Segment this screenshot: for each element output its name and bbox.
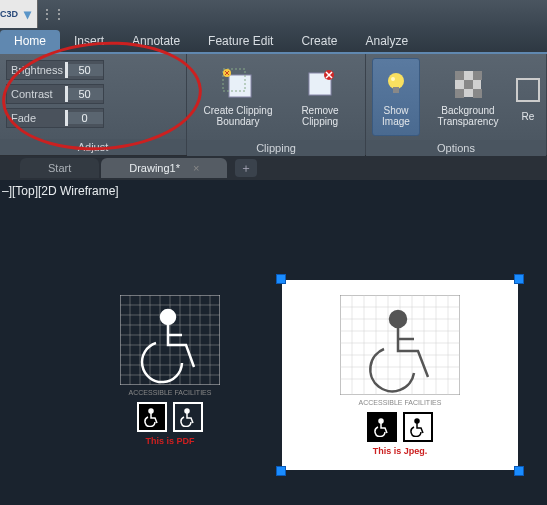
- ribbon: Brightness 50 Contrast 50 Fade 0 Adjust: [0, 54, 547, 156]
- fade-value[interactable]: 0: [65, 112, 103, 124]
- lightbulb-icon: [379, 67, 413, 101]
- show-image-button[interactable]: Show Image: [372, 58, 420, 136]
- qat-grip-icon[interactable]: ⋮⋮: [44, 5, 62, 23]
- dropdown-arrow-icon[interactable]: ▾: [24, 6, 31, 22]
- panel-adjust-title[interactable]: Adjust: [0, 139, 186, 155]
- tab-insert[interactable]: Insert: [60, 30, 118, 52]
- jpeg-image[interactable]: ACCESSIBLE FACILITIES This is Jpeg.: [282, 280, 518, 470]
- ribbon-tabs: Home Insert Annotate Feature Edit Create…: [0, 28, 547, 54]
- contrast-label: Contrast: [7, 88, 65, 100]
- titlebar: C3D ▾ ⋮⋮: [0, 0, 547, 28]
- grip-br[interactable]: [514, 466, 524, 476]
- tab-feature-edit[interactable]: Feature Edit: [194, 30, 287, 52]
- svg-rect-12: [455, 89, 464, 98]
- panel-options: Show Image Background Transparency Re Op…: [366, 54, 547, 155]
- transparency-label: Background Transparency: [430, 105, 506, 127]
- brightness-value[interactable]: 50: [65, 64, 103, 76]
- panel-adjust: Brightness 50 Contrast 50 Fade 0 Adjust: [0, 54, 187, 155]
- doc-tab-start[interactable]: Start: [20, 158, 99, 178]
- partial-label: Re: [522, 111, 535, 122]
- add-document-tab[interactable]: ＋: [235, 159, 257, 177]
- panel-clipping: Create Clipping Boundary Remove Clipping…: [187, 54, 366, 155]
- jpeg-caption: This is Jpeg.: [373, 446, 428, 456]
- grip-bl[interactable]: [276, 466, 286, 476]
- panel-clipping-title[interactable]: Clipping: [187, 140, 365, 156]
- svg-point-55: [415, 419, 419, 423]
- app-logo: C3D ▾: [0, 0, 38, 28]
- show-image-label: Show Image: [375, 105, 417, 127]
- svg-point-34: [149, 409, 153, 413]
- wheelchair-grid-graphic: [120, 295, 220, 385]
- wheelchair-mini-dark-jpeg: [367, 412, 397, 442]
- wheelchair-mini-light-jpeg: [403, 412, 433, 442]
- pdf-caption: This is PDF: [145, 436, 194, 446]
- grip-tr[interactable]: [514, 274, 524, 284]
- tab-home[interactable]: Home: [0, 30, 60, 52]
- svg-rect-9: [455, 71, 464, 80]
- plus-icon: ＋: [240, 160, 252, 177]
- contrast-value[interactable]: 50: [65, 88, 103, 100]
- tab-create[interactable]: Create: [287, 30, 351, 52]
- svg-point-35: [185, 409, 189, 413]
- svg-rect-13: [473, 89, 482, 98]
- svg-rect-6: [393, 87, 399, 93]
- partial-button[interactable]: Re: [516, 58, 540, 136]
- svg-rect-10: [473, 71, 482, 80]
- contrast-slider[interactable]: Contrast 50: [6, 84, 104, 104]
- svg-point-54: [379, 419, 383, 423]
- pdf-subcaption: ACCESSIBLE FACILITIES: [129, 389, 212, 396]
- app-logo-text: C3D: [0, 9, 18, 19]
- remove-clipping-button[interactable]: Remove Clipping: [291, 58, 349, 136]
- create-clipping-label: Create Clipping Boundary: [195, 105, 281, 127]
- frame-icon: [511, 73, 545, 107]
- viewport[interactable]: –][Top][2D Wireframe] ACCESSIBLE FACILIT…: [0, 180, 547, 505]
- svg-point-53: [390, 311, 406, 327]
- pdf-underlay[interactable]: ACCESSIBLE FACILITIES This is PDF: [100, 295, 240, 446]
- grip-tl[interactable]: [276, 274, 286, 284]
- svg-point-5: [388, 73, 404, 89]
- panel-options-title[interactable]: Options: [366, 140, 546, 156]
- brightness-label: Brightness: [7, 64, 65, 76]
- tab-annotate[interactable]: Annotate: [118, 30, 194, 52]
- create-clipping-icon: [221, 67, 255, 101]
- fade-label: Fade: [7, 112, 65, 124]
- brightness-slider[interactable]: Brightness 50: [6, 60, 104, 80]
- svg-point-33: [161, 310, 175, 324]
- jpeg-subcaption: ACCESSIBLE FACILITIES: [359, 399, 442, 406]
- document-tabs: Start Drawing1* × ＋: [0, 156, 547, 180]
- fade-slider[interactable]: Fade 0: [6, 108, 104, 128]
- tab-analyze[interactable]: Analyze: [351, 30, 422, 52]
- quick-access-toolbar: ⋮⋮: [38, 5, 62, 23]
- doc-tab-label: Drawing1*: [129, 162, 180, 174]
- svg-point-7: [391, 77, 395, 81]
- remove-clipping-label: Remove Clipping: [293, 105, 347, 127]
- background-transparency-button[interactable]: Background Transparency: [428, 58, 508, 136]
- wheelchair-mini-dark: [137, 402, 167, 432]
- wheelchair-mini-light: [173, 402, 203, 432]
- remove-clipping-icon: [303, 67, 337, 101]
- transparency-icon: [451, 67, 485, 101]
- doc-tab-drawing1[interactable]: Drawing1* ×: [101, 158, 227, 178]
- svg-rect-0: [229, 75, 251, 97]
- create-clipping-boundary-button[interactable]: Create Clipping Boundary: [193, 58, 283, 136]
- svg-rect-11: [464, 80, 473, 89]
- close-icon[interactable]: ×: [193, 162, 199, 174]
- view-controls-label[interactable]: –][Top][2D Wireframe]: [2, 184, 119, 198]
- wheelchair-grid-graphic-jpeg: [340, 295, 460, 395]
- svg-rect-14: [517, 79, 539, 101]
